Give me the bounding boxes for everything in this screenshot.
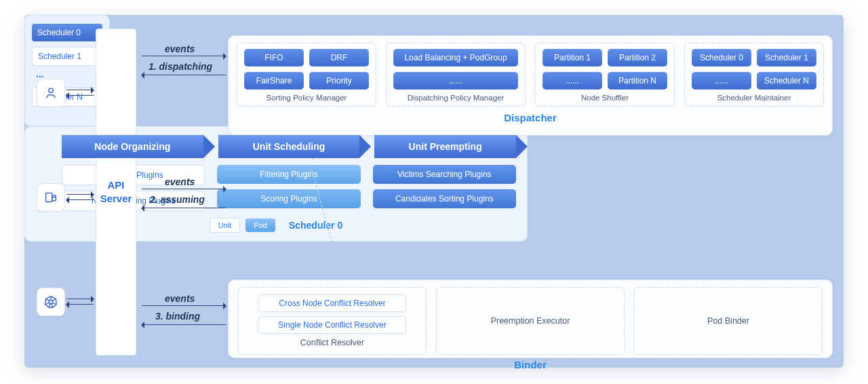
api-server-label: API Server [100,178,132,206]
dispatching-title: Dispatching Policy Manager [393,94,518,102]
sorting-policy-manager: FIFO DRF FairShare Priority Sorting Poli… [237,43,376,107]
events-label-3: events [165,293,195,304]
node-shuffler: Partition 1 Partition 2 ...... Partition… [535,43,675,107]
dispatch-more: ...... [393,72,518,90]
pod-binder: Pod Binder [634,287,823,355]
step-unit-preempting: Unit Preempting [374,135,516,158]
victims-searching-plugins: Victims Searching Plugins [373,165,516,184]
policy-fifo: FIFO [244,49,304,66]
tag-unit: Unit [210,218,241,233]
scheduler-maintainer: Scheduler 0 Scheduler 1 ...... Scheduler… [684,43,824,107]
partition-1: Partition 1 [542,49,602,66]
shuffler-title: Node Shuffler [542,94,667,102]
scheduler-list-item-0: Scheduler 0 [32,24,102,41]
preemption-executor: Preemption Executor [436,287,625,355]
step-unit-scheduling: Unit Scheduling [218,135,360,158]
maintainer-title: Scheduler Maintainer [692,94,816,102]
maint-sched-1: Scheduler 1 [757,49,816,66]
events-label: events [165,43,195,54]
api-server: API Server [96,28,136,356]
database-icon [37,183,65,212]
svg-point-4 [49,300,53,304]
svg-rect-1 [46,193,52,202]
binder-panel: Cross Node Conflict Resolver Single Node… [228,280,833,358]
maint-sched-n: Scheduler N [757,72,816,90]
preemption-executor-label: Preemption Executor [491,316,570,326]
policy-drf: DRF [309,49,369,66]
dispatching-label: 1. dispatching [149,61,212,72]
pod-binder-label: Pod Binder [707,316,749,326]
svg-point-2 [52,195,56,197]
partition-2: Partition 2 [608,49,667,66]
dispatcher-panel: FIFO DRF FairShare Priority Sorting Poli… [228,35,833,136]
dispatching-policy-manager: Load Balancing + PodGroup ...... Dispatc… [386,43,526,107]
svg-line-6 [52,299,56,301]
svg-line-8 [52,304,53,308]
maint-sched-more: ...... [692,72,751,90]
scheduler-list-item-1: Scheduler 1 [32,47,102,66]
binder-title: Binder [238,359,823,370]
dispatcher-title: Dispatcher [237,112,824,123]
partition-n: Partition N [608,72,667,90]
conflict-resolver: Cross Node Conflict Resolver Single Node… [238,287,427,355]
assuming-label: 2. assuming [150,194,205,205]
architecture-diagram: API Server events 1. dispatching events … [24,15,844,368]
scheduler-0-title: Scheduler 0 [289,220,342,231]
sorting-title: Sorting Policy Manager [244,94,369,102]
candidates-sorting-plugins: Candidates Sorting Plugins [373,189,516,208]
svg-line-9 [49,304,50,308]
svg-point-0 [49,88,53,92]
events-label-2: events [165,176,195,187]
policy-fairshare: FairShare [244,72,304,90]
maint-sched-0: Scheduler 0 [692,49,751,66]
scoring-plugins: Scoring Plugins [217,189,360,208]
dispatch-loadbalancing: Load Balancing + PodGroup [393,49,518,66]
svg-line-11 [46,299,50,301]
kubernetes-icon [37,288,65,316]
cross-node-conflict-resolver: Cross Node Conflict Resolver [258,294,406,312]
conflict-resolver-title: Conflict Resolver [300,338,364,347]
client-icons [37,79,65,316]
step-node-organizing: Node Organizing [62,135,203,158]
binding-label: 3. binding [155,311,200,322]
tag-pod: Pod [245,218,275,232]
policy-priority: Priority [309,72,369,90]
single-node-conflict-resolver: Single Node Conflict Resolver [258,316,406,334]
partition-more: ...... [542,72,602,90]
filtering-plugins: Filtering Plugins [217,165,360,184]
user-icon [37,79,65,107]
